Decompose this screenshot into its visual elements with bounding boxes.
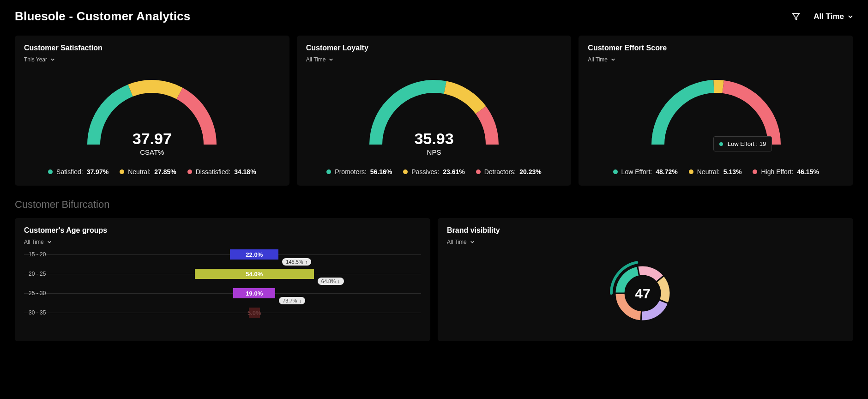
gauge-label: CSAT% <box>133 148 172 156</box>
chevron-down-icon <box>328 57 334 62</box>
funnel-bar[interactable]: 22.0% <box>230 249 278 260</box>
tooltip-dot-icon <box>719 142 723 146</box>
chevron-down-icon <box>470 239 475 245</box>
legend-item[interactable]: Satisfied: 37.97% <box>48 168 108 175</box>
funnel-row-label: 15 - 20 <box>29 251 46 258</box>
legend-value: 56.16% <box>370 168 392 175</box>
legend-dot-icon <box>613 169 618 174</box>
legend-value: 23.61% <box>443 168 464 175</box>
card-time-dropdown[interactable]: All Time <box>24 239 52 245</box>
card-time-dropdown[interactable]: All Time <box>588 56 616 63</box>
funnel-row-label: 25 - 30 <box>29 290 46 296</box>
legend-value: 48.72% <box>656 168 677 175</box>
funnel-gridline <box>24 313 421 313</box>
gauge-segment[interactable] <box>87 85 133 145</box>
gauge-segment[interactable] <box>444 81 486 114</box>
delta-value: 145.5% <box>286 259 303 265</box>
donut-slice[interactable] <box>641 300 669 321</box>
legend-item[interactable]: Dissatisfied: 34.18% <box>187 168 256 175</box>
card-title: Customer Satisfaction <box>24 44 280 52</box>
filter-icon[interactable] <box>791 12 801 21</box>
brand-donut-chart: 47 <box>604 253 687 331</box>
legend-item[interactable]: Neutral: 27.85% <box>120 168 176 175</box>
legend-item[interactable]: Promoters: 56.16% <box>326 168 392 175</box>
tooltip-text: Low Effort : 19 <box>728 140 766 147</box>
card-time-label: This Year <box>24 56 47 63</box>
funnel-gridline <box>24 293 421 294</box>
gauge-segment[interactable] <box>651 80 714 145</box>
gauge-chart <box>647 73 785 147</box>
funnel-bar[interactable]: 5.0% <box>249 308 260 318</box>
arrow-down-icon: ↓ <box>299 298 301 303</box>
card-title: Customer's Age groups <box>24 226 421 235</box>
chevron-down-icon <box>848 14 853 19</box>
legend-dot-icon <box>187 169 192 174</box>
time-range-label: All Time <box>814 12 844 21</box>
legend-dot-icon <box>403 169 408 174</box>
gauge-segment[interactable] <box>177 88 217 145</box>
funnel-delta-badge: 64.8%↓ <box>318 278 344 285</box>
legend-value: 37.97% <box>87 168 108 175</box>
svg-marker-0 <box>793 13 800 19</box>
chevron-down-icon <box>50 57 55 62</box>
gauge-label: NPS <box>414 148 453 156</box>
legend-label: Detractors: <box>484 168 516 175</box>
legend-value: 20.23% <box>519 168 541 175</box>
funnel-delta-badge: 73.7%↓ <box>279 297 305 304</box>
legend-label: Dissatisfied: <box>196 168 230 175</box>
legend-label: Neutral: <box>128 168 151 175</box>
legend-label: Passives: <box>411 168 439 175</box>
funnel-gridline <box>24 254 421 255</box>
funnel-bar[interactable]: 54.0% <box>195 269 314 279</box>
donut-center-value: 47 <box>635 286 650 301</box>
legend-label: Promoters: <box>335 168 366 175</box>
card-gauge: Customer Satisfaction This Year 37.97 CS… <box>15 36 289 186</box>
card-age-groups: Customer's Age groups All Time 15 - 2022… <box>15 218 430 341</box>
card-time-label: All Time <box>588 56 608 63</box>
gauge-segment[interactable] <box>128 80 183 99</box>
delta-value: 73.7% <box>283 298 297 303</box>
card-gauge: Customer Loyalty All Time 35.93 NPS Prom… <box>297 36 572 186</box>
legend-value: 5.13% <box>723 168 742 175</box>
legend-label: Satisfied: <box>56 168 83 175</box>
legend-dot-icon <box>48 169 53 174</box>
legend-item[interactable]: Low Effort: 48.72% <box>613 168 678 175</box>
gauge-segment[interactable] <box>722 80 780 145</box>
card-time-dropdown[interactable]: All Time <box>306 56 334 63</box>
card-time-dropdown[interactable]: This Year <box>24 56 55 63</box>
legend-dot-icon <box>476 169 481 174</box>
legend-item[interactable]: Detractors: 20.23% <box>476 168 542 175</box>
donut-slice[interactable] <box>656 276 670 303</box>
gauge-segment[interactable] <box>476 106 499 145</box>
legend-value: 46.15% <box>797 168 819 175</box>
card-brand-visibility: Brand visibility All Time 47 <box>438 218 853 341</box>
chevron-down-icon <box>47 239 52 245</box>
gauge-segment[interactable] <box>713 80 724 93</box>
gauge-value: 35.93 <box>414 131 453 146</box>
legend-dot-icon <box>753 169 757 174</box>
card-title: Customer Effort Score <box>588 44 844 52</box>
legend-label: High Effort: <box>761 168 793 175</box>
card-time-label: All Time <box>24 239 44 245</box>
legend-item[interactable]: Passives: 23.61% <box>403 168 464 175</box>
legend-dot-icon <box>120 169 124 174</box>
funnel-row-label: 20 - 25 <box>29 271 46 277</box>
chevron-down-icon <box>610 57 616 62</box>
section-heading-bifurcation: Customer Bifurcation <box>15 199 853 211</box>
legend-value: 34.18% <box>234 168 256 175</box>
legend-dot-icon <box>326 169 331 174</box>
card-time-dropdown[interactable]: All Time <box>447 239 475 245</box>
legend-item[interactable]: Neutral: 5.13% <box>689 168 742 175</box>
page-title: Bluesole - Customer Analytics <box>15 9 191 24</box>
card-gauge: Customer Effort Score All Time Low Effor… <box>579 36 853 186</box>
card-title: Customer Loyalty <box>306 44 562 52</box>
legend-item[interactable]: High Effort: 46.15% <box>753 168 819 175</box>
legend-dot-icon <box>689 169 693 174</box>
gauge-value: 37.97 <box>133 131 172 146</box>
card-time-label: All Time <box>447 239 467 245</box>
time-range-dropdown[interactable]: All Time <box>814 12 853 21</box>
arrow-down-icon: ↓ <box>338 278 340 284</box>
funnel-bar[interactable]: 19.0% <box>233 288 275 298</box>
legend-label: Low Effort: <box>621 168 652 175</box>
card-time-label: All Time <box>306 56 326 63</box>
